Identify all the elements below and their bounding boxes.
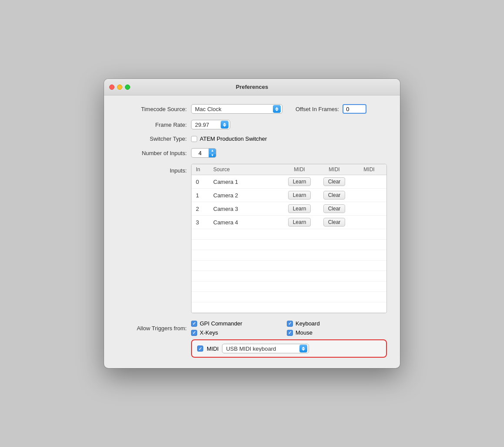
learn-button-1[interactable]: Learn — [288, 191, 311, 200]
midi-device-select-wrapper: USB MIDI keyboard IAC Driver Bus 1 — [222, 344, 309, 353]
trigger-mouse-label: Mouse — [296, 329, 312, 336]
input-midi-clear-cell-2: Clear — [317, 202, 352, 216]
offset-row: Offset In Frames: — [296, 104, 366, 114]
input-in-1: 1 — [192, 189, 209, 202]
input-midi-clear-cell-0: Clear — [317, 175, 352, 189]
input-midi-extra-cell-3 — [352, 216, 386, 229]
trigger-item-xkeys: X-Keys — [191, 329, 278, 336]
framerate-row: Frame Rate: 23.976 24 25 29.97 30 50 59.… — [117, 120, 387, 129]
close-button[interactable] — [109, 85, 114, 90]
table-empty-row — [192, 292, 386, 302]
framerate-select[interactable]: 23.976 24 25 29.97 30 50 59.94 60 — [191, 120, 230, 129]
input-midi-extra-cell-0 — [352, 175, 386, 189]
preferences-content: Timecode Source: Mac Clock LTC MIDI Offs… — [104, 95, 400, 368]
inputs-section: Inputs: In Source MIDI MIDI MIDI — [117, 164, 387, 313]
num-inputs-row: Number of Inputs: ▲ ▼ — [117, 148, 387, 158]
inputs-table-header: In Source MIDI MIDI MIDI — [192, 164, 386, 175]
learn-button-0[interactable]: Learn — [288, 177, 311, 186]
trigger-gpi-checkbox[interactable] — [191, 321, 197, 327]
inputs-table-wrapper: In Source MIDI MIDI MIDI 0 Camera 1 Lear… — [191, 164, 387, 313]
trigger-xkeys-checkbox[interactable] — [191, 330, 197, 336]
trigger-item-mouse: Mouse — [287, 329, 374, 336]
clear-button-0[interactable]: Clear — [323, 177, 346, 186]
col-header-source: Source — [209, 164, 282, 175]
trigger-mouse-checkbox[interactable] — [287, 330, 293, 336]
input-midi-learn-cell-3: Learn — [282, 216, 317, 229]
triggers-row: Allow Triggers from: GPI Commander Keybo… — [117, 320, 387, 336]
switcher-label: Switcher Type: — [117, 135, 187, 142]
trigger-xkeys-label: X-Keys — [200, 329, 218, 336]
inputs-table: In Source MIDI MIDI MIDI 0 Camera 1 Lear… — [192, 164, 386, 313]
input-source-2: Camera 3 — [209, 202, 282, 216]
trigger-gpi-label: GPI Commander — [200, 320, 242, 327]
input-source-0: Camera 1 — [209, 175, 282, 189]
midi-device-select[interactable]: USB MIDI keyboard IAC Driver Bus 1 — [222, 344, 309, 353]
table-empty-row — [192, 302, 386, 313]
table-row: 2 Camera 3 Learn Clear — [192, 202, 386, 216]
trigger-keyboard-checkbox[interactable] — [287, 321, 293, 327]
input-in-0: 0 — [192, 175, 209, 189]
table-row: 3 Camera 4 Learn Clear — [192, 216, 386, 229]
input-source-1: Camera 2 — [209, 189, 282, 202]
input-source-3: Camera 4 — [209, 216, 282, 229]
clear-button-2[interactable]: Clear — [323, 204, 346, 213]
num-inputs-input[interactable] — [191, 148, 208, 158]
input-midi-clear-cell-1: Clear — [317, 189, 352, 202]
titlebar: Preferences — [104, 79, 400, 95]
input-midi-extra-cell-1 — [352, 189, 386, 202]
input-midi-learn-cell-1: Learn — [282, 189, 317, 202]
table-empty-row — [192, 229, 386, 240]
input-in-2: 2 — [192, 202, 209, 216]
trigger-midi-label: MIDI — [207, 345, 218, 352]
col-header-in: In — [192, 164, 209, 175]
window-title: Preferences — [236, 84, 268, 90]
trigger-item-keyboard: Keyboard — [287, 320, 374, 327]
midi-trigger-row: MIDI USB MIDI keyboard IAC Driver Bus 1 — [191, 339, 387, 358]
minimize-button[interactable] — [117, 85, 122, 90]
switcher-checkbox-label: ATEM Production Switcher — [200, 135, 267, 142]
table-empty-row — [192, 240, 386, 250]
trigger-midi-checkbox[interactable] — [197, 345, 203, 352]
maximize-button[interactable] — [125, 85, 130, 90]
trigger-item-gpi: GPI Commander — [191, 320, 278, 327]
table-empty-row — [192, 261, 386, 271]
table-empty-row — [192, 250, 386, 261]
input-midi-clear-cell-3: Clear — [317, 216, 352, 229]
switcher-checkbox-wrapper: ATEM Production Switcher — [191, 135, 267, 142]
col-header-midi2: MIDI — [317, 164, 352, 175]
num-inputs-decrement[interactable]: ▼ — [209, 153, 216, 158]
timecode-row: Timecode Source: Mac Clock LTC MIDI Offs… — [117, 104, 387, 114]
table-empty-row — [192, 281, 386, 292]
learn-button-2[interactable]: Learn — [288, 204, 311, 213]
triggers-grid: GPI Commander Keyboard X-Keys Mouse — [191, 320, 374, 336]
col-header-midi3: MIDI — [352, 164, 386, 175]
timecode-select[interactable]: Mac Clock LTC MIDI — [191, 104, 282, 114]
col-header-midi1: MIDI — [282, 164, 317, 175]
num-inputs-stepper-buttons: ▲ ▼ — [208, 148, 216, 158]
traffic-lights — [109, 85, 130, 90]
switcher-checkbox[interactable] — [191, 136, 197, 142]
framerate-select-wrapper: 23.976 24 25 29.97 30 50 59.94 60 — [191, 120, 230, 129]
switcher-row: Switcher Type: ATEM Production Switcher — [117, 135, 387, 142]
num-inputs-increment[interactable]: ▲ — [209, 149, 216, 153]
timecode-select-wrapper: Mac Clock LTC MIDI — [191, 104, 282, 114]
table-empty-row — [192, 271, 386, 281]
offset-input[interactable] — [343, 104, 366, 114]
table-row: 1 Camera 2 Learn Clear — [192, 189, 386, 202]
offset-label: Offset In Frames: — [296, 106, 339, 112]
framerate-label: Frame Rate: — [117, 122, 187, 128]
input-midi-learn-cell-2: Learn — [282, 202, 317, 216]
triggers-section: Allow Triggers from: GPI Commander Keybo… — [117, 320, 387, 358]
input-midi-learn-cell-0: Learn — [282, 175, 317, 189]
input-in-3: 3 — [192, 216, 209, 229]
num-inputs-stepper: ▲ ▼ — [191, 148, 216, 158]
num-inputs-label: Number of Inputs: — [117, 150, 187, 156]
table-row: 0 Camera 1 Learn Clear — [192, 175, 386, 189]
triggers-label: Allow Triggers from: — [117, 325, 187, 332]
trigger-keyboard-label: Keyboard — [296, 320, 320, 327]
clear-button-3[interactable]: Clear — [323, 218, 346, 227]
learn-button-3[interactable]: Learn — [288, 218, 311, 227]
clear-button-1[interactable]: Clear — [323, 191, 346, 200]
preferences-window: Preferences Timecode Source: Mac Clock L… — [104, 79, 400, 368]
inputs-label: Inputs: — [117, 164, 187, 174]
